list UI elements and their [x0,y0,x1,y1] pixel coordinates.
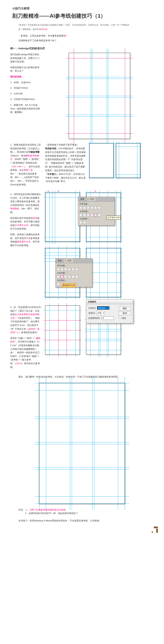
align-icon[interactable] [87,206,90,209]
align-obj-label: 对齐对象： [79,202,90,206]
guide-mock-2b [116,143,141,178]
dist-obj-label: 分布对象： [79,210,90,213]
offset-path-dialog[interactable]: 位移路径 位移(O): 连接(J): 斜接 斜接限制(M): [86,299,133,323]
offset-input[interactable] [97,306,110,310]
limit-input[interactable] [102,316,114,320]
guide-mock-2a [89,143,114,178]
align-icon[interactable] [90,206,93,209]
sup-title: 小技巧大师用 [12,6,154,11]
align-icon[interactable] [79,206,82,209]
step2: 2、接着当然是先在四周拉上页面边框的参考线（方法参见上期）。然后我们设置键盘增量… [10,143,41,186]
step3-p1: 3、得到页边距后我们继续做分行分列。分三栏我们还需要在页面上两条纵向的参考线，我… [10,192,41,214]
dist-icon[interactable] [98,214,101,216]
gap-icon[interactable] [83,221,86,224]
align-panel-1[interactable]: 变换 ◊ 对齐 对齐对象： 分布对象： 分布间距： 水平居中分布 [78,197,115,226]
guide-mock-4a [45,306,80,355]
step3-p3: 同理，多复制三条横向的参考线，选中页面内五条参考线参考线做垂直居中分布，便可得横… [10,233,41,247]
tab-transform-2[interactable]: 变换 [57,259,62,262]
dist-icon[interactable] [90,214,93,216]
dist-icon[interactable] [83,214,86,216]
tab-align-2[interactable]: ◊ 对齐 [64,259,73,262]
align-panel-2[interactable]: 变换 ◊ 对齐 对齐对象： 分布对象： 分布间距： 垂直居中分布 [55,258,92,287]
align-icon[interactable] [98,206,101,209]
goal-4: 4、行间距=栏间距=5mm [10,98,41,101]
step4-p2: 菜单栏 "对象" > "路径" > "偏移路径"，对话框中位移输入 "5 / 2… [10,336,41,369]
limit-label: 斜接限制(M): [88,316,100,320]
guide-mock-1 [69,53,130,139]
example-1-title: 例一：Indesign式的标准分栏 [10,46,154,51]
guide-mock-3a [45,192,80,242]
eg1-p1: 我们知道Indesign有很方便的参考线创建工具，设置几个小参数可得左图。 [10,53,41,64]
sub-intro: 连准都保证不了的参考线还参考个啥？ [18,39,154,42]
tooltip-hcenter: 水平居中分布 [106,216,121,220]
logo-icon [152,526,158,533]
join-label: 连接(J): [88,312,95,315]
preview-checkbox[interactable] [119,316,121,319]
align-icon[interactable] [83,206,86,209]
dist-icon[interactable] [87,214,90,216]
tab-transform[interactable]: 变换 [79,197,85,201]
goal-2: 2、页边距=20mm [10,86,41,90]
quote-2: 第一课最基础，教学时间10分钟。 [18,28,154,31]
main-title: 刻刀般精准——AI参考线创建技巧（1） [12,12,154,20]
goal-1: 1、A4纸，出血3mm [10,81,41,84]
panel-tabs: 变换 ◊ 对齐 [78,197,115,202]
quote-1: "参考线？不就是调出标尺然后拖几条细线出来嘛？" 好吧，大约也就是这样。东西有点… [18,24,154,27]
gap-icon[interactable] [79,221,82,224]
step4-p1: 4、好，到这里我们分栏和分列就好了（我写了这么多，其实也就拉几条直复制几条参考线… [10,306,41,334]
tooltip-vcenter: 垂直居中分布 [62,283,76,288]
goal-title: 我们的目标： [10,75,41,79]
dialog-title: 位移路径 [86,300,133,304]
intro: 「参考线」之所以是参考线，首当要务就是要准！ [18,34,154,38]
step2-mid-text: （觉得地拖了块地照下新手重画） 简易参考线：Ctrl+R调出标尺，在有刻度的地方… [45,143,86,188]
cancel-button[interactable]: 取消 [119,311,131,315]
offset-label: 位移(O): [88,306,96,310]
dist-icon[interactable] [79,214,82,216]
dist-vcenter-icon[interactable] [60,275,63,278]
tab-align[interactable]: ◊ 对齐 [87,197,96,201]
align-icon[interactable] [94,206,97,209]
eg1-p2: AI里也想建立这么标准的参考线，肿么办？ [10,66,41,73]
goal-3: 3、分4行3栏 [10,92,41,96]
homework: 作业： 1、习惯了乱拖参考线的童鞋肯定会崩溃。 2、如果列间距与栏间距不一样，该… [18,508,146,522]
step3-p2: 然后我们选中页面面的四条纵向的参考线，在对齐窗口里面选择水平居中分布，便可得纵向… [10,216,41,231]
dist-hcenter-icon[interactable] [94,214,97,216]
step-1: 1、新建文档，A4 大小出血 3mm（都在新建文档的对话框里，配图略） [10,103,41,114]
guide-final [39,383,125,504]
final-text: 最后，我们删掉一些多余的参考线，大功告成。快来欣赏一下自己手动创建的刻刀般精准的… [18,375,146,379]
join-select[interactable]: 斜接 [97,311,105,315]
dist-gap-label: 分布间距： [79,217,90,220]
ok-button[interactable]: 确定 [119,306,131,310]
